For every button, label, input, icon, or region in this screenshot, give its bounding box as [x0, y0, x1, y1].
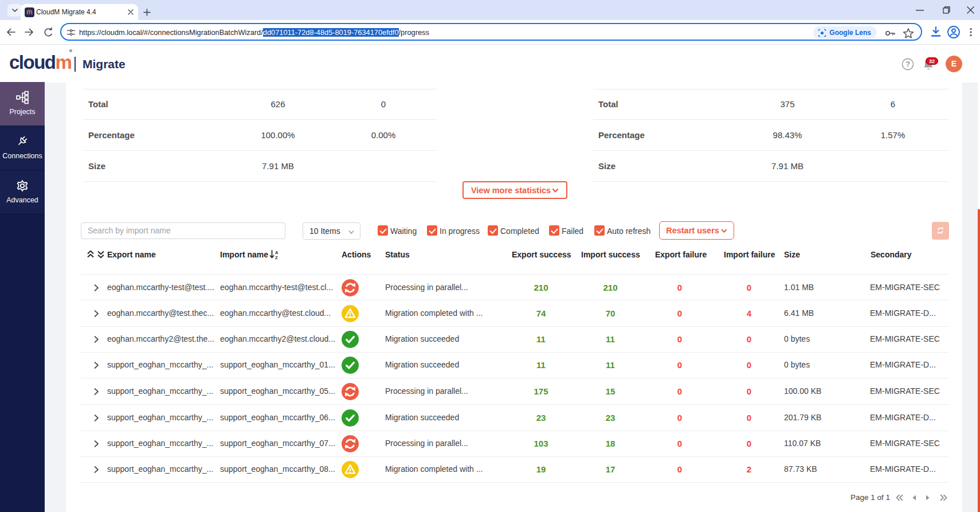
svg-text:?: ?: [905, 60, 910, 68]
svg-text:Z: Z: [275, 255, 278, 260]
